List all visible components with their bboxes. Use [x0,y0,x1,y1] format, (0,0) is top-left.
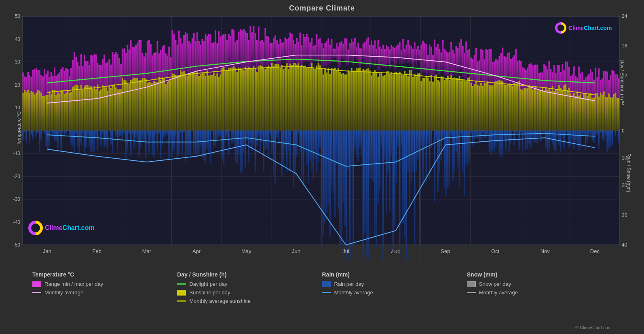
page-title: Compare Climate [0,0,644,13]
legend-item-snow-avg: Monthly average [467,289,612,296]
legend-col-snow: Snow (mm) Snow per day Monthly average [467,271,612,328]
legend-title-rain: Rain (mm) [322,271,467,278]
rain-label: Rain per day [334,281,364,287]
temp-range-label: Range min / max per day [44,281,103,287]
copyright-text: © ClimeChart.com [575,325,612,330]
rain-avg-line [322,292,331,293]
snow-label: Snow per day [479,281,511,287]
legend-item-sunshine-avg: Monthly average sunshine [177,298,322,304]
legend-title-snow: Snow (mm) [467,271,612,278]
main-chart [0,12,644,261]
legend-title-temperature: Temperature °C [32,271,177,278]
legend-col-sunshine: Day / Sunshine (h) Daylight per day Suns… [177,271,322,328]
sunshine-avg-label: Monthly average sunshine [189,298,251,304]
rain-swatch [322,281,331,287]
legend-item-sunshine-swatch: Sunshine per day [177,289,322,296]
legend-title-sunshine: Day / Sunshine (h) [177,271,322,278]
temp-avg-line [32,292,41,293]
daylight-line [177,283,186,285]
legend-area: Temperature °C Range min / max per day M… [0,265,644,334]
legend-col-rain: Rain (mm) Rain per day Monthly average [322,271,467,328]
sunshine-avg-line [177,300,186,302]
snow-avg-label: Monthly average [479,289,518,296]
sunshine-label: Sunshine per day [189,289,230,296]
temp-avg-label: Monthly average [44,289,83,296]
legend-item-snow: Snow per day [467,281,612,287]
legend-item-temp-avg: Monthly average [32,289,177,296]
legend-item-temp-range: Range min / max per day [32,281,177,287]
sunshine-swatch [177,290,186,296]
rain-avg-label: Monthly average [334,289,373,296]
legend-item-rain: Rain per day [322,281,467,287]
temp-range-swatch [32,281,41,287]
legend-item-daylight: Daylight per day [177,281,322,287]
legend-item-rain-avg: Monthly average [322,289,467,296]
daylight-label: Daylight per day [189,281,227,287]
snow-avg-line [467,292,476,293]
page-container: Compare Climate Lahore Lahore Temperatur… [0,0,644,334]
legend-col-temperature: Temperature °C Range min / max per day M… [32,271,177,328]
snow-swatch [467,281,476,287]
